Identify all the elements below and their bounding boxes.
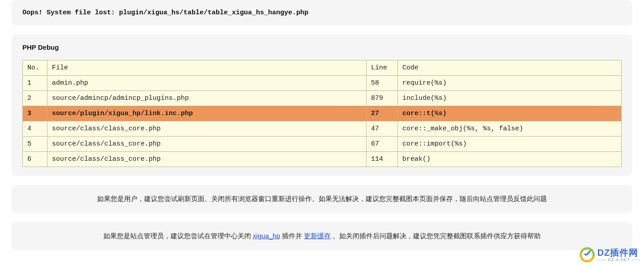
advice-admin-prefix: 如果您是站点管理员，建议您尝试在管理中心关闭 <box>103 232 253 240</box>
plugin-link[interactable]: xigua_hp <box>253 232 280 240</box>
col-header-code: Code <box>398 60 622 76</box>
error-message: Oops! System file lost: plugin/xigua_hs/… <box>22 9 622 17</box>
cell-code: core::import(%s) <box>398 137 622 152</box>
cell-file: admin.php <box>47 76 367 91</box>
cell-file: source/admincp/admincp_plugins.php <box>47 91 367 106</box>
col-header-file: File <box>47 60 367 76</box>
watermark-subtext: —— DZ-X.NET —— <box>597 258 640 260</box>
cell-no: 3 <box>23 106 47 121</box>
cell-code: core::t(%s) <box>398 106 622 121</box>
cell-line: 27 <box>367 106 398 121</box>
table-row: 4 source/class/class_core.php 47 core::_… <box>23 121 622 137</box>
cell-file: source/class/class_core.php <box>47 121 367 137</box>
cell-no: 4 <box>23 121 47 137</box>
cell-no: 2 <box>23 91 47 106</box>
table-row: 2 source/admincp/admincp_plugins.php 879… <box>23 91 622 106</box>
refresh-cache-link[interactable]: 更新缓存 <box>304 232 331 240</box>
cell-no: 1 <box>23 76 47 91</box>
col-header-no: No. <box>23 60 47 76</box>
table-row-highlight: 3 source/plugin/xigua_hp/link.inc.php 27… <box>23 106 622 121</box>
advice-user-text: 如果您是用户，建议您尝试刷新页面、关闭所有浏览器窗口重新进行操作。如果无法解决，… <box>97 195 547 202</box>
cell-no: 6 <box>23 152 47 167</box>
cell-line: 879 <box>367 91 398 106</box>
cell-line: 114 <box>367 152 398 167</box>
advice-admin-panel: 如果您是站点管理员，建议您尝试在管理中心关闭 xigua_hp 插件并 更新缓存… <box>12 222 632 250</box>
debug-title: PHP Debug <box>22 43 622 51</box>
cell-code: break() <box>398 152 622 167</box>
advice-admin-suffix: 。如关闭插件后问题解决，建议您凭完整截图联系插件供应方获得帮助 <box>331 232 541 240</box>
error-panel: Oops! System file lost: plugin/xigua_hs/… <box>12 0 632 26</box>
cell-line: 47 <box>367 121 398 137</box>
debug-table-body: 1 admin.php 58 require(%s) 2 source/admi… <box>23 76 622 167</box>
table-row: 6 source/class/class_core.php 114 break(… <box>23 152 622 167</box>
cell-code: include(%s) <box>398 91 622 106</box>
table-row: 5 source/class/class_core.php 67 core::i… <box>23 137 622 152</box>
cell-file: source/class/class_core.php <box>47 137 367 152</box>
table-header-row: No. File Line Code <box>23 60 622 76</box>
cell-code: core::_make_obj(%s, %s, false) <box>398 121 622 137</box>
cell-code: require(%s) <box>398 76 622 91</box>
cell-file: source/plugin/xigua_hp/link.inc.php <box>47 106 367 121</box>
cell-line: 58 <box>367 76 398 91</box>
debug-panel: PHP Debug No. File Line Code 1 admin.php… <box>12 34 632 176</box>
debug-table: No. File Line Code 1 admin.php 58 requir… <box>22 60 622 167</box>
cell-line: 67 <box>367 137 398 152</box>
col-header-line: Line <box>367 60 398 76</box>
advice-user-panel: 如果您是用户，建议您尝试刷新页面、关闭所有浏览器窗口重新进行操作。如果无法解决，… <box>12 185 632 213</box>
table-row: 1 admin.php 58 require(%s) <box>23 76 622 91</box>
cell-file: source/class/class_core.php <box>47 152 367 167</box>
cell-no: 5 <box>23 137 47 152</box>
advice-admin-mid: 插件并 <box>280 232 304 240</box>
